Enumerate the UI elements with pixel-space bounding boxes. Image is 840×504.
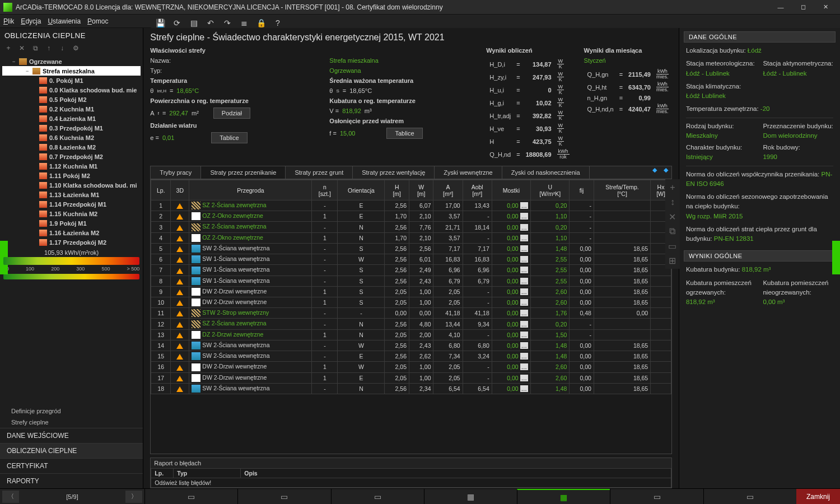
table-row[interactable]: 14 SW 2-Ściana wewnętrzna -W2,562,436,80… [151,340,671,351]
tree-room[interactable]: 0.0 Klatka schodowa bud. mie [2,85,141,95]
grid-calc-icon[interactable]: ⊞ [668,255,678,265]
tree-room[interactable]: 1.14 Przedpokój M1 [2,199,141,209]
table-row[interactable]: 13 DZ 2-Drzwi zewnętrzne 1N2,052,004,10-… [151,329,671,340]
grid-paste-icon[interactable]: ▭ [668,241,678,251]
table-row[interactable]: 9 DW 2-Drzwi wewnętrzne 1S2,051,002,05- … [151,286,671,297]
table-row[interactable]: 6 SW 1-Ściana wewnętrzna -W2,566,0116,83… [151,254,671,265]
tree-room[interactable]: 1.13 Łazienka M1 [2,190,141,199]
tab-0[interactable]: Tryby pracy [151,166,201,179]
grid-move-icon[interactable]: ↕ [668,197,678,207]
tree-room[interactable]: 0.6 Kuchnia M2 [2,133,141,142]
tables-button-2[interactable]: Tablice [386,128,422,139]
export-icon[interactable]: ▤ [188,17,199,29]
building-type[interactable]: Mieszkalny [686,132,718,139]
tree-room[interactable]: 0.3 Przedpokój M1 [2,123,141,133]
tree-room[interactable]: 0. Pokój M1 [2,76,141,85]
tree-up-icon[interactable]: ↑ [44,43,54,53]
meteo-station[interactable]: Łódź - Lublinek [686,70,730,77]
grid-delete-icon[interactable]: ✕ [668,212,678,222]
tree-add-icon[interactable]: + [3,43,13,53]
menu-file[interactable]: Plik [3,17,14,25]
table-row[interactable]: 16 DW 2-Drzwi wewnętrzne 1W2,051,002,05-… [151,362,671,372]
tables-button-1[interactable]: Tablice [211,132,247,143]
tree-room[interactable]: 1.9 Pokój M1 [2,218,141,228]
tab-2[interactable]: Straty przez grunt [286,166,353,179]
tree-room[interactable]: 1.11 Pokój M2 [2,171,141,180]
tree-room[interactable]: 0.4 Łazienka M1 [2,114,141,123]
lock-icon[interactable]: 🔒 [255,17,267,29]
table-row[interactable]: 7 SW 1-Ściana wewnętrzna -S2,562,496,966… [151,265,671,276]
tree-room[interactable]: 0.5 Pokój M2 [2,95,141,104]
table-row[interactable]: 8 SW 1-Ściana wewnętrzna -S2,562,436,796… [151,276,671,286]
nav-2[interactable]: CERTYFIKAT [0,458,143,473]
table-row[interactable]: 1 SZ 2-Ściana zewnętrzna -E2,566,0717,00… [151,200,671,211]
table-row[interactable]: 12 SZ 2-Ściana zewnętrzna -N2,564,8013,4… [151,319,671,329]
refresh-icon[interactable]: ⟳ [171,17,183,29]
tree-room[interactable]: 0.7 Przedpokój M2 [2,152,141,161]
minimize-button[interactable]: — [769,0,792,15]
tab-3[interactable]: Straty przez wentylację [353,166,435,179]
tree-copy-icon[interactable]: ⧉ [30,43,40,53]
table-row[interactable]: 5 SW 2-Ściana wewnętrzna -S2,562,567,177… [151,243,671,254]
help-icon[interactable]: ? [272,17,283,29]
tree-room[interactable]: 0.2 Kuchnia M1 [2,104,141,114]
tab-scroll-left[interactable]: ◆ [649,166,660,179]
tree-remove-icon[interactable]: ✕ [17,43,27,53]
norm3[interactable]: PN-EN 12831 [714,235,754,242]
tree-heated[interactable]: −Ogrzewane [2,57,141,66]
tab-5[interactable]: Zyski od nasłonecznienia [502,166,590,179]
save-icon[interactable]: 💾 [155,17,166,29]
nav-3[interactable]: RAPORTY [0,473,143,488]
actino-station[interactable]: Łódź - Lublinek [763,70,806,77]
tree-zone[interactable]: −Strefa mieszkalna [2,66,141,76]
maximize-button[interactable]: ◻ [792,0,814,15]
bottom-tab-3[interactable]: ▭ [331,489,424,505]
undo-icon[interactable]: ↶ [205,17,216,29]
bottom-tab-2[interactable]: ▭ [237,489,330,505]
bottom-tab-7[interactable]: ▭ [703,489,796,505]
close-bottom-button[interactable]: Zamknij [796,489,840,505]
page-next-button[interactable]: 〉 [125,491,142,503]
table-row[interactable]: 4 OZ 2-Okno zewnętrzne 1N1,702,103,57- 0… [151,232,671,243]
tab-4[interactable]: Zyski wewnętrzne [435,166,502,179]
tab-scroll-right[interactable]: ◆ [660,166,671,179]
tree-room[interactable]: 1.15 Kuchnia M2 [2,209,141,218]
page-prev-button[interactable]: 〈 [2,491,19,503]
building-character[interactable]: Istniejący [686,153,713,160]
bottom-tab-5[interactable]: ▦ [517,489,610,505]
norm2[interactable]: Wg rozp. MIiR 2015 [686,213,743,220]
tree-room[interactable]: 0.8 Łazienka M2 [2,142,141,152]
table-row[interactable]: 3 SZ 2-Ściana zewnętrzna -N2,567,7621,71… [151,222,671,232]
error-refresh-msg[interactable]: Odśwież listę błędów! [151,478,671,488]
redo-icon[interactable]: ↷ [222,17,233,29]
sub-definitions[interactable]: Definicje przegród [0,405,143,417]
expand-right-icon[interactable] [832,241,840,274]
building-purpose[interactable]: Dom wielorodzinny [763,132,817,139]
nav-0[interactable]: DANE WEJŚCIOWE [0,428,143,443]
table-row[interactable]: 18 SW 2-Ściana wewnętrzna -N2,562,346,54… [151,383,671,394]
tree-filter-icon[interactable]: ⚙ [71,43,81,53]
nav-1[interactable]: OBLICZENIA CIEPLNE [0,443,143,458]
tab-1[interactable]: Straty przez przenikanie [201,166,286,179]
grid-copy-icon[interactable]: ⧉ [668,226,678,236]
sub-zones[interactable]: Strefy cieplne [0,417,143,428]
menu-help[interactable]: Pomoc [87,17,108,25]
location-value[interactable]: Łódź [748,47,762,54]
tree-room[interactable]: 1.16 Łazienka M2 [2,228,141,237]
bottom-tab-6[interactable]: ▭ [610,489,703,505]
menu-edit[interactable]: Edycja [21,17,41,25]
table-row[interactable]: 11 STW 2-Strop wewnętrzny --0,000,0041,1… [151,308,671,319]
table-row[interactable]: 15 SW 2-Ściana wewnętrzna -E2,562,627,34… [151,351,671,362]
table-row[interactable]: 17 DW 2-Drzwi wewnętrzne 1E2,051,002,05-… [151,372,671,383]
layers-icon[interactable]: ≣ [239,17,250,29]
tree-room[interactable]: 1.17 Przedpokój M2 [2,237,141,246]
table-row[interactable]: 2 OZ 2-Okno zewnętrzne 1E1,702,103,57- 0… [151,211,671,222]
bottom-tab-4[interactable]: ▦ [424,489,517,505]
split-button[interactable]: Podział [213,108,250,119]
tree-room[interactable]: 1.10 Klatka schodowa bud. mi [2,180,141,190]
build-year[interactable]: 1990 [763,153,777,160]
table-row[interactable]: 10 DW 2-Drzwi wewnętrzne 1S2,051,002,05-… [151,297,671,307]
bottom-tab-1[interactable]: ▭ [144,489,237,505]
close-button[interactable]: ✕ [814,0,837,15]
tree-down-icon[interactable]: ↓ [57,43,67,53]
